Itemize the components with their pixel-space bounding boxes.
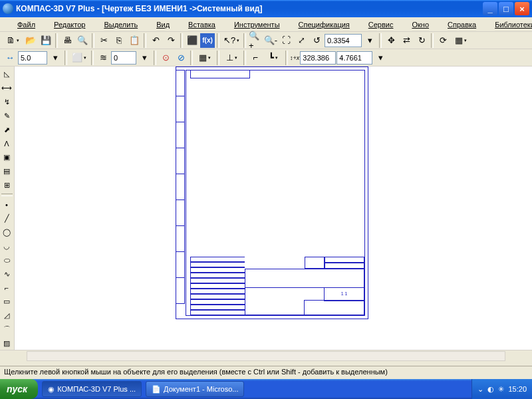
zoom-all-button[interactable]: ⤢: [294, 33, 309, 48]
windows-button[interactable]: ▦: [451, 33, 471, 48]
symbols-panel-button[interactable]: ↯: [0, 96, 13, 109]
save-button[interactable]: 💾: [39, 33, 53, 48]
layer-icon: ≋: [96, 51, 110, 65]
redraw-button[interactable]: ⟳: [436, 33, 450, 48]
taskbar: пуск ◉ КОМПАС-3D V7 Plus ... 📄 Документ1…: [0, 379, 532, 399]
system-tray[interactable]: ⌄ ◐ ✳ 15:20: [471, 379, 532, 399]
minimize-button[interactable]: _: [483, 2, 497, 15]
line-style-icon: ↔: [3, 51, 17, 65]
round-button[interactable]: ⌐: [248, 51, 263, 65]
close-button[interactable]: ×: [515, 2, 529, 15]
ellipse-button[interactable]: ⬭: [0, 253, 13, 267]
menu-window[interactable]: Окно: [402, 19, 438, 31]
zoom-window-button[interactable]: ⛶: [279, 33, 293, 48]
maximize-button[interactable]: □: [499, 2, 513, 15]
word-icon: 📄: [152, 385, 161, 394]
left-toolbar-panels: ◺ ⟷ ↯ ✎ ⬈ Λ ▣ ▤ ⊞ • ╱ ◯ ◡ ⬭ ∿ ⌐ ▭ ◿ ⌒ ▨: [0, 66, 15, 350]
rotate-button[interactable]: ↻: [414, 33, 429, 48]
zoom-dropdown[interactable]: ▾: [362, 33, 377, 48]
menu-select[interactable]: Выделить: [94, 19, 147, 31]
print-button[interactable]: 🖶: [60, 33, 74, 48]
toolbar-standard: 🗎 📂 💾 🖶 🔍 ✂ ⎘ 📋 ↶ ↷ ⬛ f(x) ↖? 🔍+ 🔍- ⛶ ⤢ …: [0, 32, 532, 49]
layer-dropdown[interactable]: ▾: [137, 51, 152, 65]
spline-button[interactable]: ∿: [0, 267, 13, 281]
undo-button[interactable]: ↶: [148, 33, 163, 48]
fillet-button[interactable]: ⌒: [0, 323, 13, 336]
menu-insert[interactable]: Вставка: [179, 19, 225, 31]
shift-button[interactable]: ⇄: [399, 33, 414, 48]
open-button[interactable]: 📂: [23, 33, 38, 48]
menu-edit[interactable]: Редактор: [45, 19, 94, 31]
coord-y-input[interactable]: [336, 51, 372, 65]
kompas-icon: ◉: [48, 385, 55, 394]
local-cs-button[interactable]: ┗: [263, 51, 283, 65]
assoc-panel-button[interactable]: ⊞: [0, 178, 13, 192]
arc-button[interactable]: ◡: [0, 240, 13, 253]
tray-icon-3: ✳: [498, 385, 504, 394]
ortho-button[interactable]: ⊥: [221, 51, 241, 65]
menu-help[interactable]: Справка: [438, 19, 485, 31]
edit-panel-button[interactable]: ✎: [0, 109, 13, 122]
spec-panel-button[interactable]: ▤: [0, 165, 13, 178]
drawing-sheet: 1 1: [176, 66, 368, 319]
dimensions-panel-button[interactable]: ⟷: [0, 82, 13, 95]
menu-service[interactable]: Сервис: [359, 19, 403, 31]
coord-dropdown[interactable]: ▾: [373, 51, 388, 65]
menu-spec[interactable]: Спецификация: [289, 19, 359, 31]
zoom-prev-button[interactable]: ↺: [309, 33, 324, 48]
tray-icon-2: ◐: [487, 385, 494, 394]
line-style-input[interactable]: [18, 51, 47, 65]
menu-bar: Файл Редактор Выделить Вид Вставка Инстр…: [0, 17, 532, 32]
window-title: КОМПАС-3D V7 Plus - [Чертеж БЕЗ ИМЕНИ1 -…: [16, 4, 483, 13]
preview-button[interactable]: 🔍: [75, 33, 90, 48]
menu-tools[interactable]: Инструменты: [225, 19, 289, 31]
copy-button[interactable]: ⎘: [112, 33, 126, 48]
new-button[interactable]: 🗎: [3, 33, 23, 48]
start-button[interactable]: пуск: [0, 379, 38, 399]
line-button[interactable]: ╱: [0, 212, 13, 225]
hatch-button[interactable]: ▨: [0, 336, 13, 350]
menu-lib[interactable]: Библиотеки: [485, 19, 532, 31]
line-style-dropdown[interactable]: ▾: [48, 51, 63, 65]
help-context-button[interactable]: ↖?: [221, 33, 241, 48]
pan-button[interactable]: ✥: [384, 33, 398, 48]
toolbar-current-state: ↔ ▾ ⬜ ≋ ▾ ⊙ ⊘ ▦ ⊥ ⌐ ┗ ↕+x ▾: [0, 49, 532, 66]
rect-button[interactable]: ▭: [0, 295, 13, 309]
variables-button[interactable]: f(x): [200, 33, 215, 48]
params-panel-button[interactable]: ⬈: [0, 123, 13, 136]
properties-button[interactable]: ⬛: [185, 33, 200, 48]
coord-x-input[interactable]: [300, 51, 336, 65]
snap-on-button[interactable]: ⊙: [158, 51, 173, 65]
cut-button[interactable]: ✂: [96, 33, 111, 48]
layer-input[interactable]: [111, 51, 136, 65]
status-text: Щелкните левой кнопкой мыши на объекте д…: [4, 368, 388, 376]
drawing-canvas[interactable]: 1 1: [15, 66, 532, 350]
zoom-in-button[interactable]: 🔍+: [248, 33, 263, 48]
circle-button[interactable]: ◯: [0, 226, 13, 239]
horizontal-scrollbar[interactable]: [0, 350, 532, 361]
grid-button[interactable]: ▦: [195, 51, 215, 65]
select-panel-button[interactable]: ▣: [0, 151, 13, 164]
tray-icon: ⌄: [477, 385, 483, 394]
title-bar: КОМПАС-3D V7 Plus - [Чертеж БЕЗ ИМЕНИ1 -…: [0, 0, 532, 17]
paste-button[interactable]: 📋: [127, 33, 142, 48]
chamfer-button[interactable]: ◿: [0, 309, 13, 323]
app-icon: [3, 3, 13, 14]
clock: 15:20: [508, 385, 527, 393]
taskbar-task-word[interactable]: 📄 Документ1 - Microso...: [146, 381, 244, 397]
menu-view[interactable]: Вид: [147, 19, 179, 31]
zoom-scale-input[interactable]: [325, 34, 362, 47]
coord-x-label: ↕+x: [290, 55, 299, 61]
polyline-button[interactable]: ⌐: [0, 281, 13, 295]
snap-off-button[interactable]: ⊘: [174, 51, 188, 65]
view-state-button[interactable]: ⬜: [69, 51, 89, 65]
point-button[interactable]: •: [0, 198, 13, 211]
geometry-panel-button[interactable]: ◺: [0, 68, 13, 81]
measure-panel-button[interactable]: Λ: [0, 137, 13, 150]
redo-button[interactable]: ↷: [164, 33, 178, 48]
zoom-out-button[interactable]: 🔍-: [263, 33, 278, 48]
menu-file[interactable]: Файл: [8, 19, 45, 31]
status-bar: Щелкните левой кнопкой мыши на объекте д…: [0, 366, 532, 379]
taskbar-task-kompas[interactable]: ◉ КОМПАС-3D V7 Plus ...: [42, 381, 142, 397]
